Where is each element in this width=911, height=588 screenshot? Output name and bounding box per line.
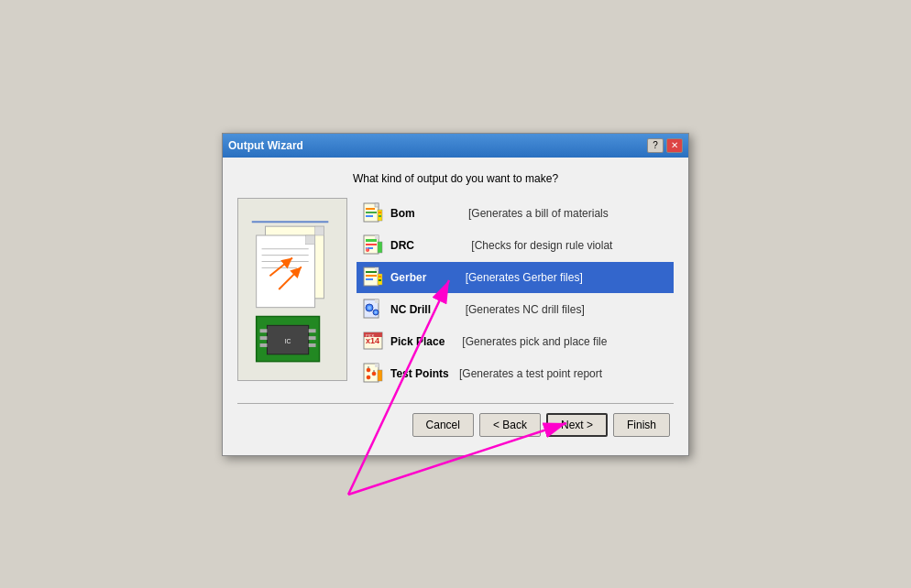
svg-rect-7 bbox=[257, 235, 315, 308]
testpoints-icon bbox=[363, 363, 385, 385]
dialog-title: Output Wizard bbox=[228, 139, 303, 152]
help-button[interactable]: ? bbox=[647, 138, 664, 153]
drc-label: DRC bbox=[390, 239, 459, 252]
title-bar: Output Wizard ? ✕ bbox=[223, 134, 688, 158]
output-wizard-dialog: Output Wizard ? ✕ What kind of output do… bbox=[222, 133, 689, 456]
list-item-ncdrill[interactable]: NC Drill [Generates NC drill files] bbox=[357, 294, 674, 325]
gerber-desc: [Generates Gerber files] bbox=[459, 271, 583, 284]
svg-rect-19 bbox=[260, 329, 268, 332]
svg-point-64 bbox=[372, 372, 376, 376]
list-item-pickplace[interactable]: x14 PICK Pick Place [Generates pick and … bbox=[357, 326, 674, 357]
svg-rect-51 bbox=[375, 299, 379, 303]
divider bbox=[237, 403, 674, 404]
svg-rect-29 bbox=[366, 212, 377, 213]
svg-rect-38 bbox=[366, 244, 377, 245]
svg-text:IC: IC bbox=[285, 338, 291, 344]
svg-point-63 bbox=[367, 368, 370, 372]
svg-rect-35 bbox=[375, 235, 379, 239]
pickplace-label: Pick Place bbox=[390, 335, 459, 348]
ncdrill-icon bbox=[363, 299, 385, 321]
ncdrill-desc: [Generates NC drill files] bbox=[459, 303, 585, 316]
gerber-icon bbox=[363, 267, 385, 289]
ncdrill-label: NC Drill bbox=[390, 303, 459, 316]
svg-rect-48 bbox=[379, 276, 381, 278]
list-item-gerber[interactable]: Gerber [Generates Gerber files] bbox=[357, 262, 674, 293]
svg-rect-61 bbox=[375, 364, 379, 367]
schematic-preview: IC bbox=[237, 198, 347, 381]
svg-text:PICK: PICK bbox=[366, 333, 375, 338]
testpoints-desc: [Generates a test point report bbox=[459, 367, 602, 380]
svg-rect-45 bbox=[366, 271, 377, 273]
bom-icon bbox=[363, 202, 385, 224]
bom-label: Bom bbox=[390, 207, 459, 220]
svg-rect-49 bbox=[379, 279, 381, 281]
pickplace-icon: x14 PICK bbox=[363, 331, 385, 353]
drc-desc: [Checks for design rule violat bbox=[459, 239, 612, 252]
finish-button[interactable]: Finish bbox=[613, 413, 670, 437]
title-bar-controls: ? ✕ bbox=[647, 138, 683, 153]
svg-rect-20 bbox=[260, 336, 268, 340]
close-button[interactable]: ✕ bbox=[666, 138, 683, 153]
drc-icon: ! bbox=[363, 234, 385, 256]
back-button[interactable]: < Back bbox=[479, 413, 541, 437]
list-item-drc[interactable]: ! DRC [Checks for design rule violat bbox=[357, 230, 674, 261]
dialog-body: What kind of output do you want to make? bbox=[223, 158, 688, 455]
testpoints-label: Test Points bbox=[390, 367, 459, 380]
svg-rect-32 bbox=[379, 212, 381, 213]
svg-rect-33 bbox=[379, 215, 381, 217]
svg-rect-36 bbox=[378, 242, 382, 253]
svg-rect-27 bbox=[375, 203, 379, 207]
svg-rect-46 bbox=[366, 275, 377, 277]
svg-point-55 bbox=[375, 310, 378, 313]
button-row: Cancel < Back Next > Finish bbox=[237, 413, 674, 441]
svg-rect-37 bbox=[366, 239, 377, 242]
dialog-main: IC bbox=[237, 198, 674, 390]
list-item-testpoints[interactable]: Test Points [Generates a test point repo… bbox=[357, 358, 674, 389]
gerber-label: Gerber bbox=[390, 271, 459, 284]
pickplace-desc: [Generates pick and place file bbox=[459, 335, 607, 348]
svg-point-65 bbox=[367, 376, 370, 379]
svg-rect-24 bbox=[309, 343, 316, 347]
svg-text:!: ! bbox=[367, 246, 368, 252]
dialog-question: What kind of output do you want to make? bbox=[237, 172, 674, 185]
svg-rect-47 bbox=[366, 278, 373, 280]
svg-rect-62 bbox=[378, 370, 382, 381]
svg-rect-8 bbox=[306, 235, 315, 245]
cancel-button[interactable]: Cancel bbox=[412, 413, 474, 437]
list-item-bom[interactable]: Bom [Generates a bill of materials bbox=[357, 198, 674, 229]
svg-rect-22 bbox=[309, 329, 316, 332]
svg-rect-21 bbox=[260, 343, 268, 347]
svg-rect-23 bbox=[309, 336, 316, 340]
svg-point-53 bbox=[368, 306, 371, 310]
svg-rect-28 bbox=[366, 208, 375, 210]
bom-desc: [Generates a bill of materials bbox=[459, 207, 609, 220]
svg-rect-6 bbox=[315, 226, 324, 235]
svg-rect-30 bbox=[366, 215, 373, 217]
output-type-list: Bom [Generates a bill of materials bbox=[357, 198, 674, 390]
svg-rect-43 bbox=[375, 267, 379, 271]
next-button[interactable]: Next > bbox=[546, 413, 608, 437]
